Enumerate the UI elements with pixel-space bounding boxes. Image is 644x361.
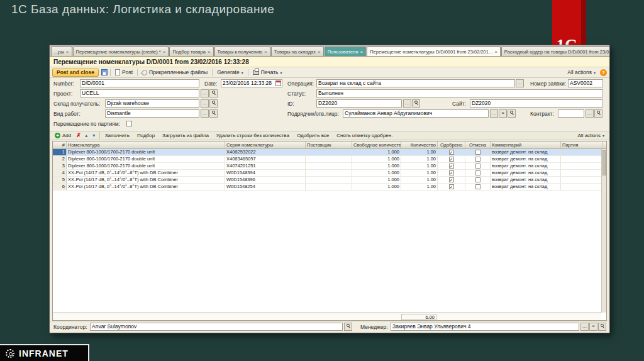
approved-checkbox[interactable]: ✓ [449, 184, 454, 189]
number-input[interactable]: D/D/0001 [80, 79, 199, 87]
approved-checkbox[interactable]: ✓ [449, 170, 454, 175]
manager-search-button[interactable] [598, 323, 606, 331]
approved-checkbox[interactable]: ✓ [449, 157, 454, 162]
column-header[interactable]: Отмена [465, 142, 491, 148]
table-row[interactable]: 5XX-Pol (14/17 dB, 0°–14°/0°–8°T) with D… [53, 177, 606, 184]
tab-close-icon[interactable]: × [494, 49, 497, 55]
column-header[interactable]: # [53, 142, 67, 148]
delete-row-icon[interactable]: ✗ [76, 133, 81, 138]
column-header[interactable]: Комментарий [491, 142, 561, 148]
post-and-close-button[interactable]: Post and close [52, 69, 99, 77]
id-search-button[interactable] [412, 99, 420, 108]
tab[interactable]: Товары на складах× [271, 47, 324, 56]
grid-all-actions-button[interactable]: All actions ▾ [576, 131, 606, 140]
tab[interactable]: Пользователи× [325, 47, 367, 56]
manager-choose-button[interactable]: … [580, 323, 589, 331]
contractor-clear-button[interactable]: × [499, 109, 507, 118]
grid-body: 1Diplexer 800-1000/1700-2170 double unit… [53, 149, 606, 191]
column-header[interactable]: Поставщик [306, 142, 352, 148]
column-header[interactable]: Количество [401, 142, 438, 148]
tab-close-icon[interactable]: × [208, 49, 211, 55]
coordinator-search-button[interactable] [344, 323, 352, 331]
help-icon[interactable]: ? [600, 69, 607, 76]
tab[interactable]: Перемещение номенклатуры (create) *× [73, 47, 169, 56]
project-search-button[interactable] [209, 89, 218, 97]
operation-input[interactable]: Возврат на склад с сайта [316, 79, 515, 87]
approved-checkbox[interactable]: ✓ [449, 177, 454, 182]
move-down-icon[interactable]: ▼ [92, 133, 96, 138]
by-batches-checkbox[interactable] [126, 121, 132, 126]
tab-close-icon[interactable]: × [360, 49, 364, 55]
cancel-checkbox[interactable] [475, 157, 480, 162]
move-up-icon[interactable]: ▲ [84, 133, 89, 138]
grid-toolbar-button[interactable]: Загрузить из файла [160, 131, 211, 140]
tab-close-icon[interactable]: × [163, 49, 166, 55]
manager-clear-button[interactable]: × [589, 323, 597, 331]
tab[interactable]: Перемещение номенклатуры D/D/0001 from 2… [367, 47, 501, 56]
tab[interactable]: Товары к получению× [214, 47, 270, 56]
generate-button[interactable]: Generate ▾ [215, 69, 245, 77]
column-header[interactable]: Свободное количество [352, 142, 401, 148]
scrollbar-thumb[interactable] [602, 150, 606, 175]
post-button[interactable]: Post [113, 69, 135, 77]
column-header[interactable]: Серия номенклатуры [225, 142, 306, 148]
attachments-button[interactable]: Прикрепленные файлы [140, 69, 209, 77]
operation-choose-button[interactable]: … [516, 79, 524, 87]
column-header[interactable]: Одобрено [438, 142, 465, 148]
coordinator-input[interactable]: Anvar Sulaymonov [90, 323, 343, 331]
grid-toolbar-button[interactable]: Подбор [135, 131, 157, 140]
work-type-input[interactable]: Dismantle [105, 109, 199, 118]
manager-input[interactable]: Закиряев Энвар Ульяверович 4 [391, 323, 579, 331]
cancel-checkbox[interactable] [475, 177, 480, 182]
approved-checkbox[interactable]: ✓ [449, 164, 454, 169]
project-choose-button[interactable]: … [201, 89, 209, 97]
all-actions-button[interactable]: All actions ▾ [565, 69, 597, 77]
print-button[interactable]: Печать ▾ [251, 69, 284, 77]
id-choose-button[interactable]: … [403, 99, 411, 108]
warehouse-search-button[interactable] [209, 99, 218, 108]
grid-header: #НоменклатураСерия номенклатурыПоставщик… [53, 142, 606, 149]
contract-choose-button[interactable]: … [586, 109, 594, 118]
tab-close-icon[interactable]: × [318, 49, 321, 55]
grid-toolbar-button[interactable]: Одобрить все [295, 131, 331, 140]
cancel-checkbox[interactable] [475, 164, 480, 169]
table-row[interactable]: 1Diplexer 800-1000/1700-2170 double unit… [53, 149, 606, 156]
work-type-search-button[interactable] [209, 109, 218, 118]
approved-checkbox[interactable]: ✓ [449, 150, 454, 155]
status-input[interactable]: Выполнен [316, 89, 603, 97]
tab[interactable]: Подбор товара× [169, 47, 213, 56]
request-no-input[interactable]: ASV0002 [568, 79, 603, 87]
site-input[interactable]: DZ2020 [470, 99, 603, 108]
column-header[interactable]: Партия [561, 142, 602, 148]
tab-close-icon[interactable]: × [66, 49, 69, 55]
add-row-button[interactable]: + Add [53, 131, 73, 140]
table-row[interactable]: 4XX-Pol (14/17 dB, 0°–14°/0°–8°T) with D… [53, 170, 606, 177]
project-input[interactable]: UCELL [80, 89, 199, 97]
table-row[interactable]: 2Diplexer 800-1000/1700-2170 double unit… [53, 156, 606, 163]
work-type-choose-button[interactable]: … [201, 109, 209, 118]
calendar-icon[interactable] [275, 81, 281, 86]
table-row[interactable]: 3Diplexer 800-1000/1700-2170 double unit… [53, 163, 606, 170]
save-icon[interactable] [101, 69, 108, 75]
contract-input[interactable] [558, 109, 584, 118]
date-input[interactable]: 23/02/2016 12:33:28 [221, 79, 282, 87]
table-row[interactable]: 6XX-Pol (14/17 dB, 0°–14°/0°–8°T) with D… [53, 184, 606, 191]
warehouse-input[interactable]: Djizak warehouse [105, 99, 199, 108]
column-header[interactable]: Номенклатура [67, 142, 225, 148]
contractor-choose-button[interactable]: … [490, 109, 498, 118]
tab[interactable]: ...ры× [51, 47, 72, 56]
grid-toolbar-button[interactable]: Снять отметку одобрен. [335, 131, 394, 140]
cancel-checkbox[interactable] [475, 184, 480, 189]
tab-close-icon[interactable]: × [264, 49, 267, 55]
warehouse-choose-button[interactable]: … [201, 99, 209, 108]
grid-toolbar-button[interactable]: Заполнить [103, 131, 131, 140]
cancel-checkbox[interactable] [475, 150, 480, 155]
grid-toolbar-button[interactable]: Удалить строки без количества [214, 131, 291, 140]
tab[interactable]: Расходный ордер на товары D/D/0001 from … [501, 47, 609, 56]
contract-search-button[interactable] [594, 109, 602, 118]
contractor-input[interactable]: Сулайманов Анвар Абдугалимович [343, 109, 489, 118]
cancel-checkbox[interactable] [475, 170, 480, 175]
id-input[interactable]: DZ2020 [316, 99, 402, 108]
vertical-scrollbar[interactable] [601, 149, 606, 313]
contractor-search-button[interactable] [508, 109, 516, 118]
